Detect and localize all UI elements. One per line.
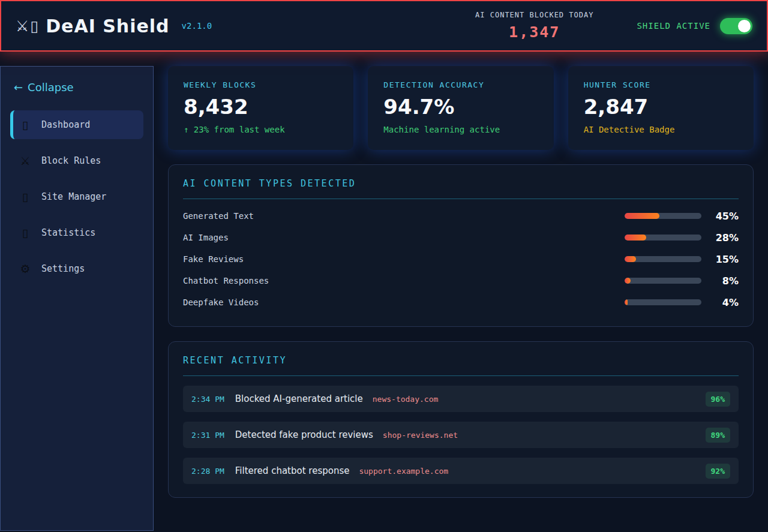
progress-bar-fill bbox=[625, 299, 628, 305]
content-types-panel: AI CONTENT TYPES DETECTED Generated Text… bbox=[168, 164, 754, 327]
content-type-percent: 8% bbox=[711, 275, 739, 287]
confidence-badge: 89% bbox=[706, 428, 730, 443]
activity-row[interactable]: 2:28 PM Filtered chatbot response suppor… bbox=[183, 458, 739, 484]
progress-bar-track bbox=[625, 213, 701, 219]
stat-value: 8,432 bbox=[184, 95, 338, 119]
sidebar-item-label: Site Manager bbox=[41, 191, 106, 202]
sidebar-item-label: Dashboard bbox=[41, 119, 90, 130]
statistics-icon: ▯ bbox=[19, 227, 32, 239]
stat-card-hunter-score: HUNTER SCORE 2,847 AI Detective Badge bbox=[568, 66, 754, 150]
stat-card-weekly-blocks: WEEKLY BLOCKS 8,432 ↑ 23% from last week bbox=[168, 66, 353, 150]
gear-icon: ⚙ bbox=[19, 263, 32, 275]
shield-toggle[interactable] bbox=[720, 18, 752, 34]
progress-bar-fill bbox=[625, 235, 646, 241]
shield-status-label: SHIELD ACTIVE bbox=[637, 21, 710, 31]
progress-bar-track bbox=[625, 278, 701, 284]
content-type-label: Deepfake Videos bbox=[183, 297, 625, 307]
sidebar-item-site-manager[interactable]: ▯ Site Manager bbox=[10, 182, 143, 211]
activity-action: Detected fake product reviews bbox=[235, 429, 373, 440]
sidebar-item-label: Statistics bbox=[41, 227, 95, 238]
crossed-swords-logo-icon: ⚔▯ bbox=[16, 17, 40, 35]
activity-row[interactable]: 2:34 PM Blocked AI-generated article new… bbox=[183, 386, 739, 412]
content-type-percent: 4% bbox=[711, 297, 739, 308]
content-type-row-deepfake-videos: Deepfake Videos 4% bbox=[183, 291, 739, 313]
activity-site: support.example.com bbox=[359, 467, 448, 476]
content-types-title: AI CONTENT TYPES DETECTED bbox=[183, 178, 739, 189]
activity-action: Filtered chatbot response bbox=[235, 465, 350, 476]
activity-time: 2:28 PM bbox=[191, 467, 224, 476]
logo-group: ⚔▯ DeAI Shield v2.1.0 bbox=[16, 16, 212, 37]
activity-site: shop-reviews.net bbox=[383, 431, 458, 440]
activity-row[interactable]: 2:31 PM Detected fake product reviews sh… bbox=[183, 422, 739, 448]
version-label: v2.1.0 bbox=[182, 21, 212, 31]
stat-card-detection-accuracy: DETECTION ACCURACY 94.7% Machine learnin… bbox=[368, 66, 553, 150]
stat-subtext: ↑ 23% from last week bbox=[184, 125, 338, 134]
activity-site: news-today.com bbox=[373, 395, 439, 404]
crossed-swords-icon: ⚔ bbox=[19, 155, 32, 167]
activity-time: 2:34 PM bbox=[191, 395, 224, 404]
app-title: DeAI Shield bbox=[46, 16, 169, 37]
shield-toggle-knob bbox=[738, 20, 751, 32]
main-content: WEEKLY BLOCKS 8,432 ↑ 23% from last week… bbox=[154, 66, 768, 531]
stat-label: DETECTION ACCURACY bbox=[383, 80, 538, 89]
stat-subtext: Machine learning active bbox=[383, 125, 538, 134]
sidebar-item-settings[interactable]: ⚙ Settings bbox=[10, 254, 143, 283]
sidebar: ← Collapse ▯ Dashboard ⚔ Block Rules ▯ S… bbox=[0, 66, 154, 531]
content-type-label: Fake Reviews bbox=[183, 254, 625, 264]
recent-activity-panel: RECENT ACTIVITY 2:34 PM Blocked AI-gener… bbox=[168, 341, 754, 498]
stat-value: 94.7% bbox=[383, 95, 538, 119]
stats-row: WEEKLY BLOCKS 8,432 ↑ 23% from last week… bbox=[168, 66, 754, 150]
sidebar-item-label: Settings bbox=[41, 263, 85, 274]
sidebar-item-dashboard[interactable]: ▯ Dashboard bbox=[10, 110, 143, 139]
panel-divider bbox=[183, 199, 739, 199]
stat-subtext: AI Detective Badge bbox=[584, 125, 738, 134]
panel-divider bbox=[183, 375, 739, 376]
content-type-percent: 45% bbox=[711, 211, 739, 222]
content-type-row-fake-reviews: Fake Reviews 15% bbox=[183, 248, 739, 270]
sidebar-item-block-rules[interactable]: ⚔ Block Rules bbox=[10, 146, 143, 175]
blocked-today-label: AI CONTENT BLOCKED TODAY bbox=[475, 11, 593, 19]
main-layout: ← Collapse ▯ Dashboard ⚔ Block Rules ▯ S… bbox=[0, 66, 768, 531]
stat-value: 2,847 bbox=[584, 95, 738, 119]
left-arrow-icon: ← bbox=[14, 81, 23, 94]
activity-action: Blocked AI-generated article bbox=[235, 393, 363, 404]
progress-bar-track bbox=[625, 256, 701, 262]
blocked-today-stat: AI CONTENT BLOCKED TODAY 1,347 bbox=[475, 11, 593, 41]
activity-time: 2:31 PM bbox=[191, 431, 224, 440]
progress-bar-track bbox=[625, 235, 701, 241]
blocked-today-count: 1,347 bbox=[475, 23, 593, 41]
app-logo: ⚔▯ DeAI Shield bbox=[16, 16, 170, 37]
progress-bar-fill bbox=[625, 256, 636, 262]
dashboard-icon: ▯ bbox=[19, 119, 32, 131]
sidebar-item-statistics[interactable]: ▯ Statistics bbox=[10, 218, 143, 247]
content-type-percent: 15% bbox=[711, 254, 739, 265]
content-type-percent: 28% bbox=[711, 232, 739, 244]
content-type-label: Chatbot Responses bbox=[183, 276, 625, 285]
sidebar-collapse-button[interactable]: ← Collapse bbox=[14, 81, 143, 94]
sidebar-item-label: Block Rules bbox=[41, 155, 101, 166]
progress-bar-fill bbox=[625, 278, 631, 284]
progress-bar-track bbox=[625, 299, 701, 305]
collapse-label: Collapse bbox=[28, 81, 74, 94]
confidence-badge: 92% bbox=[706, 464, 730, 479]
content-type-label: Generated Text bbox=[183, 211, 625, 221]
progress-bar-fill bbox=[625, 213, 659, 219]
stat-label: HUNTER SCORE bbox=[584, 80, 738, 89]
recent-activity-title: RECENT ACTIVITY bbox=[183, 355, 739, 366]
shield-status-group: SHIELD ACTIVE bbox=[637, 18, 752, 34]
content-type-row-ai-images: AI Images 28% bbox=[183, 227, 739, 248]
content-type-label: AI Images bbox=[183, 233, 625, 242]
app-header: ⚔▯ DeAI Shield v2.1.0 AI CONTENT BLOCKED… bbox=[0, 0, 768, 52]
stat-label: WEEKLY BLOCKS bbox=[184, 80, 338, 89]
content-type-row-chatbot-responses: Chatbot Responses 8% bbox=[183, 270, 739, 291]
content-type-row-generated-text: Generated Text 45% bbox=[183, 205, 739, 227]
confidence-badge: 96% bbox=[706, 392, 730, 407]
site-manager-icon: ▯ bbox=[19, 191, 32, 203]
